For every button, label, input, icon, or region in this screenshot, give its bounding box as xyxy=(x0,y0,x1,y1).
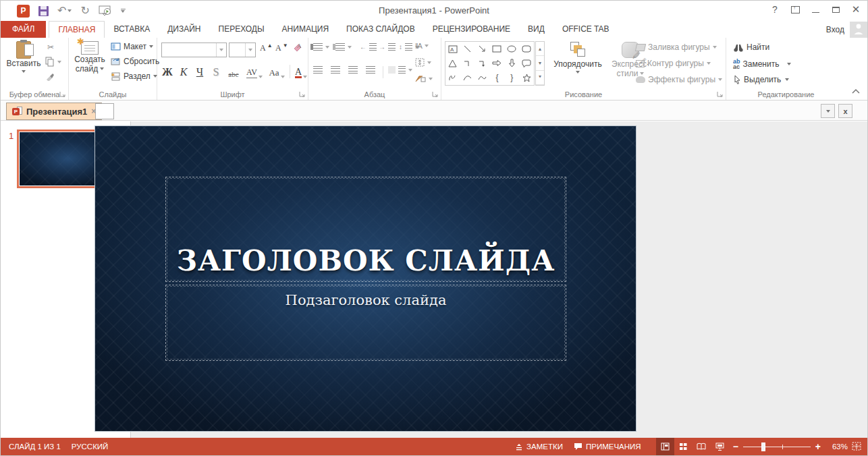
start-slideshow-icon[interactable] xyxy=(99,5,112,16)
minimize-button[interactable] xyxy=(805,1,825,18)
reading-view-button[interactable] xyxy=(693,438,711,455)
copy-button[interactable] xyxy=(45,57,61,67)
font-name-dropdown-icon[interactable] xyxy=(219,49,223,51)
reset-button[interactable]: Сбросить xyxy=(111,57,159,66)
subtitle-placeholder[interactable]: Подзаголовок слайда xyxy=(165,285,566,361)
help-button[interactable]: ? xyxy=(765,1,785,18)
font-size-dropdown-icon[interactable] xyxy=(248,49,252,51)
undo-button[interactable]: ↶ xyxy=(57,5,72,16)
shape-down-arrow-icon[interactable] xyxy=(504,56,519,70)
shape-text-box-icon[interactable]: A xyxy=(445,42,460,56)
slide-canvas[interactable]: ЗАГОЛОВОК СЛАЙДА Подзаголовок слайда xyxy=(95,126,636,431)
align-right-button[interactable] xyxy=(348,66,358,74)
character-spacing-button[interactable]: AV xyxy=(244,63,265,80)
layout-button[interactable]: Макет xyxy=(111,42,153,51)
slide-subtitle-text[interactable]: Подзаголовок слайда xyxy=(286,292,447,308)
undo-dropdown-icon[interactable] xyxy=(67,9,72,12)
cut-button[interactable]: ✂ xyxy=(45,42,56,53)
collapse-ribbon-icon[interactable] xyxy=(851,88,861,94)
text-shadow-button[interactable]: S xyxy=(209,63,223,80)
title-placeholder[interactable]: ЗАГОЛОВОК СЛАЙДА xyxy=(165,177,566,282)
find-button[interactable]: Найти xyxy=(733,42,769,52)
section-dropdown-icon[interactable] xyxy=(153,75,157,78)
shrink-font-button[interactable]: A▼ xyxy=(275,43,288,53)
align-left-button[interactable] xyxy=(313,66,323,74)
align-text-dropdown-icon[interactable] xyxy=(427,61,431,64)
customize-qat-icon[interactable] xyxy=(121,9,126,13)
powerpoint-logo-icon[interactable]: P xyxy=(17,5,30,18)
shape-outline-button[interactable]: Контур фигуры xyxy=(636,59,711,68)
tab-bar-close-button[interactable]: x xyxy=(838,104,852,118)
slide-title-text[interactable]: ЗАГОЛОВОК СЛАЙДА xyxy=(177,244,555,277)
select-dropdown-icon[interactable] xyxy=(785,78,789,81)
shape-left-brace-icon[interactable]: { xyxy=(490,70,505,85)
decrease-indent-button[interactable]: ← xyxy=(360,43,377,51)
zoom-level[interactable]: 63% xyxy=(825,443,848,451)
normal-view-button[interactable] xyxy=(656,438,674,455)
strikethrough-button[interactable]: abc xyxy=(225,63,242,80)
font-name-combo[interactable] xyxy=(161,42,227,57)
slide-sorter-view-button[interactable] xyxy=(674,438,693,455)
increase-indent-button[interactable]: → xyxy=(379,43,396,51)
tab-list-dropdown-button[interactable] xyxy=(821,104,835,118)
new-document-tab-button[interactable] xyxy=(95,103,114,119)
shape-fill-button[interactable]: Заливка фигуры xyxy=(636,42,717,52)
shape-effects-dropdown-icon[interactable] xyxy=(718,78,722,81)
shape-rectangle-icon[interactable] xyxy=(490,42,505,56)
shape-oval-icon[interactable] xyxy=(504,42,519,56)
clear-formatting-button[interactable]: A xyxy=(292,42,303,53)
tab-insert[interactable]: ВСТАВКА xyxy=(105,21,159,38)
change-case-button[interactable]: Aa xyxy=(267,63,287,80)
shape-arrow-icon[interactable] xyxy=(475,42,490,56)
save-icon[interactable] xyxy=(38,6,49,16)
ribbon-display-options-button[interactable] xyxy=(785,1,805,18)
underline-button[interactable]: Ч xyxy=(192,63,207,80)
shape-right-arrow-icon[interactable] xyxy=(490,56,505,70)
shapes-scroll-up-icon[interactable]: ▲ xyxy=(536,42,544,56)
tab-home[interactable]: ГЛАВНАЯ xyxy=(49,21,105,38)
paragraph-dialog-launcher-icon[interactable] xyxy=(432,91,439,98)
text-direction-dropdown-icon[interactable] xyxy=(425,45,429,47)
arrange-dropdown-icon[interactable] xyxy=(576,71,580,74)
fit-slide-to-window-button[interactable] xyxy=(848,442,867,452)
tab-slideshow[interactable]: ПОКАЗ СЛАЙДОВ xyxy=(337,21,424,38)
shape-rounded-rectangle-icon[interactable] xyxy=(519,42,534,56)
document-tab[interactable]: P Презентация1 × xyxy=(6,103,102,120)
font-dialog-launcher-icon[interactable] xyxy=(299,91,306,98)
bold-button[interactable]: Ж xyxy=(160,63,175,80)
zoom-in-button[interactable]: + xyxy=(815,441,821,452)
tab-review[interactable]: РЕЦЕНЗИРОВАНИЕ xyxy=(424,21,519,38)
font-color-dropdown-icon[interactable] xyxy=(303,76,307,78)
drawing-dialog-launcher-icon[interactable] xyxy=(717,91,724,98)
new-slide-button[interactable]: ✱ Создать слайд xyxy=(72,41,108,74)
paste-dropdown-icon[interactable] xyxy=(22,70,26,73)
shapes-more-icon[interactable]: ⯆ xyxy=(536,71,544,85)
numbering-dropdown-icon[interactable] xyxy=(348,46,352,49)
zoom-out-button[interactable]: − xyxy=(733,441,738,452)
font-color-button[interactable]: А xyxy=(292,63,310,80)
justify-button[interactable] xyxy=(366,66,375,74)
shape-triangle-icon[interactable] xyxy=(445,56,460,70)
select-button[interactable]: Выделить xyxy=(733,75,789,84)
tab-file[interactable]: ФАЙЛ xyxy=(1,21,46,38)
shape-effects-button[interactable]: Эффекты фигуры xyxy=(636,75,722,84)
slide-counter[interactable]: СЛАЙД 1 ИЗ 1 xyxy=(3,438,66,455)
comments-toggle[interactable]: ПРИМЕЧАНИЯ xyxy=(568,438,647,455)
shape-line-icon[interactable] xyxy=(460,42,475,56)
redo-icon[interactable]: ↻ xyxy=(80,5,89,16)
replace-dropdown-icon[interactable] xyxy=(787,63,791,65)
smartart-dropdown-icon[interactable] xyxy=(429,78,433,80)
arrange-button[interactable]: Упорядочить xyxy=(549,42,606,74)
convert-smartart-button[interactable] xyxy=(415,74,433,83)
align-text-button[interactable] xyxy=(415,58,431,67)
notes-toggle[interactable]: ЗАМЕТКИ xyxy=(510,438,568,455)
shapes-scroll-down-icon[interactable]: ▼ xyxy=(536,56,544,70)
shapes-gallery[interactable]: A { } xyxy=(445,41,535,86)
tab-animations[interactable]: АНИМАЦИЯ xyxy=(273,21,337,38)
paste-button[interactable]: Вставить xyxy=(6,41,41,73)
replace-button[interactable]: abac Заменить xyxy=(733,59,791,69)
tab-design[interactable]: ДИЗАЙН xyxy=(159,21,209,38)
shape-right-brace-icon[interactable]: } xyxy=(504,70,519,85)
align-center-button[interactable] xyxy=(331,66,340,74)
copy-dropdown-icon[interactable] xyxy=(57,61,61,63)
